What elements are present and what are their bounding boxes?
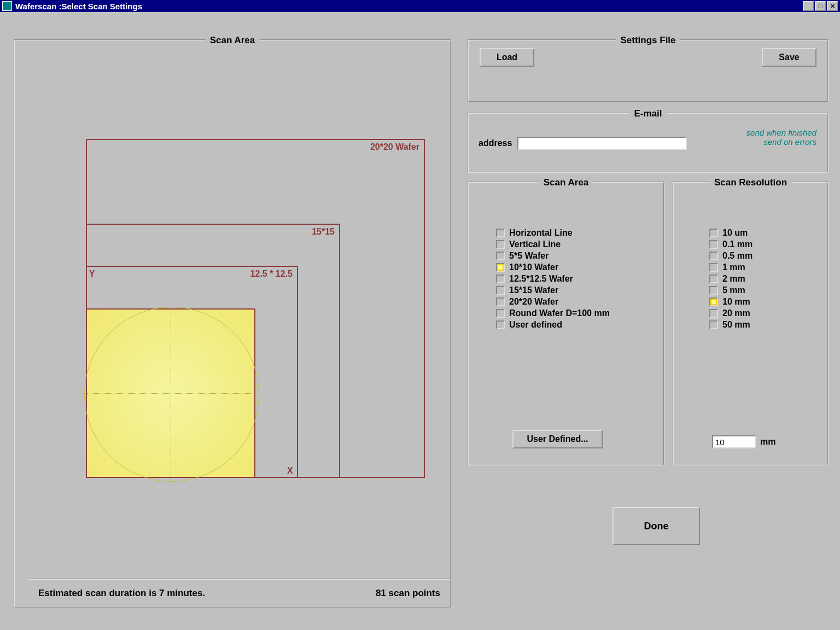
maximize-button[interactable]: □ <box>815 1 826 11</box>
close-button[interactable]: ✕ <box>827 1 838 11</box>
radio-box-icon[interactable] <box>496 229 505 237</box>
scan-area-diagram-title: Scan Area <box>206 35 260 46</box>
radio-box-icon[interactable] <box>709 275 718 283</box>
scan-area-option[interactable]: 20*20 Wafer <box>496 297 610 307</box>
scan-resolution-option[interactable]: 50 mm <box>709 320 752 330</box>
radio-box-icon[interactable] <box>709 252 718 260</box>
scan-resolution-option-label: 50 mm <box>722 320 750 330</box>
rect-20x20-label: 20*20 Wafer <box>370 142 419 152</box>
radio-box-icon[interactable] <box>496 309 505 318</box>
scan-resolution-option-label: 1 mm <box>722 262 745 272</box>
scan-resolution-option-label: 0.1 mm <box>722 240 752 249</box>
radio-box-icon[interactable] <box>709 240 718 249</box>
scan-resolution-option-label: 0.5 mm <box>722 251 752 261</box>
scan-resolution-option[interactable]: 2 mm <box>709 274 752 284</box>
scan-resolution-option[interactable]: 10 mm <box>709 297 752 307</box>
scan-resolution-option[interactable]: 20 mm <box>709 308 752 318</box>
resolution-value-input[interactable] <box>712 435 756 448</box>
radio-box-icon[interactable] <box>709 309 718 318</box>
load-button[interactable]: Load <box>480 48 534 67</box>
scan-resolution-title: Scan Resolution <box>710 177 791 188</box>
status-duration: Estimated scan duration is 7 minutes. <box>38 588 205 599</box>
minimize-button[interactable]: _ <box>803 1 814 11</box>
scan-resolution-option-label: 10 um <box>722 228 748 238</box>
rect-15x15-label: 15*15 <box>312 227 335 237</box>
save-button[interactable]: Save <box>762 48 816 67</box>
email-address-label: address <box>479 138 512 148</box>
scan-resolution-option[interactable]: 0.5 mm <box>709 251 752 261</box>
wafer-circle-icon <box>84 307 259 482</box>
y-axis-label: Y <box>89 269 95 279</box>
scan-area-title: Scan Area <box>539 177 593 188</box>
scan-area-option[interactable]: Vertical Line <box>496 240 610 249</box>
window-title: Waferscan :Select Scan Settings <box>15 2 142 11</box>
titlebar: Waferscan :Select Scan Settings _ □ ✕ <box>0 0 840 12</box>
scan-area-option-label: User defined <box>509 320 562 330</box>
x-axis-label: X <box>287 466 293 476</box>
scan-resolution-option[interactable]: 5 mm <box>709 285 752 295</box>
scan-resolution-option-label: 2 mm <box>722 274 745 284</box>
scan-area-option-label: Horizontal Line <box>509 228 573 238</box>
email-address-input[interactable] <box>517 137 687 150</box>
scan-resolution-option[interactable]: 10 um <box>709 228 752 238</box>
email-send-errors-label[interactable]: send on errors <box>746 137 816 147</box>
scan-resolution-option-label: 10 mm <box>722 297 750 307</box>
settings-file-title: Settings File <box>616 35 680 46</box>
scan-resolution-panel: Scan Resolution 10 um0.1 mm0.5 mm1 mm2 m… <box>673 182 829 466</box>
radio-box-icon[interactable] <box>709 229 718 237</box>
scan-area-option-label: Vertical Line <box>509 240 561 249</box>
scan-resolution-option[interactable]: 1 mm <box>709 262 752 272</box>
scan-resolution-option-label: 5 mm <box>722 285 745 295</box>
radio-box-icon[interactable] <box>709 286 718 295</box>
scan-area-option-label: 15*15 Wafer <box>509 285 558 295</box>
scan-area-option-label: 12.5*12.5 Wafer <box>509 274 573 284</box>
radio-box-icon[interactable] <box>496 275 505 283</box>
resolution-unit-label: mm <box>760 437 775 447</box>
radio-box-icon[interactable] <box>709 298 718 306</box>
status-points: 81 scan points <box>376 588 440 599</box>
scan-area-option[interactable]: 5*5 Wafer <box>496 251 610 261</box>
radio-box-icon[interactable] <box>709 320 718 329</box>
scan-resolution-option-label: 20 mm <box>722 308 750 318</box>
email-panel: E-mail address send when finished send o… <box>468 113 829 173</box>
scan-area-option-label: 5*5 Wafer <box>509 251 549 261</box>
scan-area-option-label: Round Wafer D=100 mm <box>509 308 610 318</box>
scan-area-panel: Scan Area Horizontal LineVertical Line5*… <box>468 182 664 466</box>
rect-12p5-label: 12.5 * 12.5 <box>250 269 293 279</box>
wafer-diagram: 20*20 Wafer 15*15 12.5 * 12.5 Y X <box>86 139 430 489</box>
crosshair-h-icon <box>87 393 254 394</box>
scan-area-option-label: 10*10 Wafer <box>509 262 558 272</box>
email-send-finished-label[interactable]: send when finished <box>746 128 816 137</box>
scan-area-option-label: 20*20 Wafer <box>509 297 558 307</box>
scan-area-diagram-panel: Scan Area 20*20 Wafer 15*15 12.5 * 12.5 … <box>14 39 451 608</box>
status-bar: Estimated scan duration is 7 minutes. 81… <box>28 579 450 607</box>
scan-area-option[interactable]: 12.5*12.5 Wafer <box>496 274 610 284</box>
app-icon <box>2 1 12 11</box>
email-title: E-mail <box>629 108 666 119</box>
radio-box-icon[interactable] <box>496 263 505 272</box>
user-defined-button[interactable]: User Defined... <box>512 430 603 448</box>
radio-box-icon[interactable] <box>496 286 505 295</box>
scan-area-option[interactable]: 15*15 Wafer <box>496 285 610 295</box>
scan-area-option[interactable]: 10*10 Wafer <box>496 262 610 272</box>
scan-area-option[interactable]: User defined <box>496 320 610 330</box>
radio-box-icon[interactable] <box>709 263 718 272</box>
radio-box-icon[interactable] <box>496 320 505 329</box>
scan-area-option[interactable]: Round Wafer D=100 mm <box>496 308 610 318</box>
radio-box-icon[interactable] <box>496 298 505 306</box>
settings-file-panel: Settings File Load Save <box>468 39 829 102</box>
scan-area-option[interactable]: Horizontal Line <box>496 228 610 238</box>
scan-resolution-option[interactable]: 0.1 mm <box>709 240 752 249</box>
radio-box-icon[interactable] <box>496 252 505 260</box>
wafer-10x10-fill <box>86 308 255 478</box>
done-button[interactable]: Done <box>612 507 700 545</box>
radio-box-icon[interactable] <box>496 240 505 249</box>
